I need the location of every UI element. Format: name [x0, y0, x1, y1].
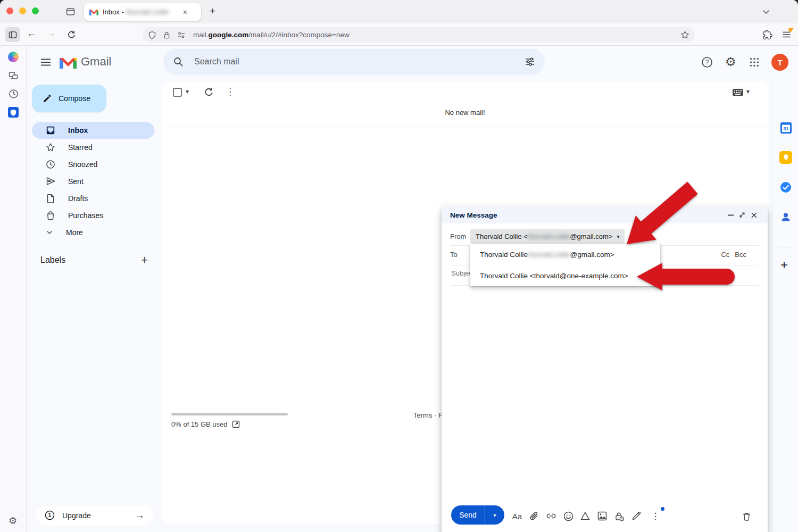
calendar-icon[interactable]: 31: [779, 121, 792, 134]
settings-gear-icon[interactable]: ⚙: [725, 55, 736, 69]
insert-link-icon[interactable]: [545, 510, 558, 522]
clock-icon: [46, 160, 55, 169]
from-option-gmail[interactable]: Thorvald Collie thorvald.collie @gmail.c…: [470, 244, 660, 265]
chevron-down-icon: [46, 229, 53, 236]
forward-button[interactable]: →: [46, 28, 56, 39]
synced-tabs-icon[interactable]: [8, 70, 19, 81]
formatting-options-icon[interactable]: Aa: [511, 510, 523, 522]
compose-button[interactable]: Compose: [32, 85, 106, 112]
reload-button[interactable]: [65, 28, 78, 41]
send-icon: [46, 177, 55, 186]
star-icon: [46, 143, 55, 152]
sidebar-item-sent[interactable]: Sent: [32, 173, 154, 190]
insert-signature-icon[interactable]: [630, 510, 643, 522]
popout-icon[interactable]: [737, 210, 747, 220]
url-bar[interactable]: mail.google.com/mail/u/2/#inbox?compose=…: [143, 27, 695, 43]
tab-close-icon[interactable]: ×: [183, 8, 187, 16]
ai-chatbot-icon[interactable]: [8, 52, 19, 62]
tab-strip: Inbox - thorvald collie × +: [0, 0, 798, 23]
sidebar-item-more[interactable]: More: [32, 224, 154, 241]
app-menu-button[interactable]: [780, 28, 793, 41]
gmail-wordmark: Gmail: [81, 55, 111, 69]
empty-state-text: No new mail!: [162, 109, 768, 117]
close-icon[interactable]: [749, 210, 759, 220]
select-dropdown-caret-icon[interactable]: ▾: [186, 88, 189, 95]
select-all-checkbox[interactable]: [173, 88, 182, 97]
confidential-mode-icon[interactable]: [613, 510, 626, 522]
get-addons-plus-icon[interactable]: +: [780, 257, 788, 272]
insert-photo-icon[interactable]: [596, 510, 609, 522]
file-icon: [46, 194, 55, 203]
search-bar[interactable]: [163, 49, 545, 74]
panel-divider: [778, 247, 793, 247]
discard-draft-trash-icon[interactable]: [740, 510, 753, 522]
traffic-close-button[interactable]: [6, 7, 13, 14]
send-button[interactable]: Send: [451, 505, 485, 525]
new-tab-button[interactable]: +: [210, 5, 215, 17]
from-options-menu: Thorvald Collie thorvald.collie @gmail.c…: [470, 244, 660, 286]
input-tools-keyboard-icon[interactable]: [732, 88, 744, 97]
search-options-tune-icon[interactable]: [525, 57, 535, 66]
sidebar-item-drafts[interactable]: Drafts: [32, 190, 154, 207]
from-address-dropdown[interactable]: Thorvald Collie < thorvald.collie @gmail…: [470, 229, 625, 244]
insert-from-drive-icon[interactable]: [579, 510, 592, 522]
input-tools-caret-icon[interactable]: ▾: [746, 88, 750, 95]
option-suffix: @gmail.com>: [570, 251, 614, 259]
tab-title: Inbox -: [103, 8, 124, 16]
upgrade-one-icon: 1: [45, 510, 55, 520]
open-in-new-icon[interactable]: [232, 420, 240, 428]
create-label-plus-icon[interactable]: +: [141, 253, 148, 267]
upgrade-button[interactable]: 1 Upgrade →: [36, 505, 153, 525]
browser-toolbar: ← → mail.google.com/mail/u/2/#inbox?comp…: [0, 23, 798, 46]
sidebar-toggle-button[interactable]: [5, 27, 20, 42]
tab-title-redacted: thorvald collie: [127, 8, 179, 16]
google-apps-grid-icon[interactable]: [749, 56, 760, 68]
send-options-caret[interactable]: ▾: [485, 505, 504, 525]
option-text: Thorvald Collie <thorvald@one-example.co…: [480, 272, 628, 280]
keep-icon[interactable]: [779, 151, 792, 164]
attach-file-icon[interactable]: [528, 510, 541, 522]
footer-terms-text[interactable]: Terms · Pr: [413, 411, 445, 419]
account-avatar[interactable]: T: [771, 54, 788, 71]
refresh-icon[interactable]: [203, 86, 214, 98]
sidebar-settings-gear-icon[interactable]: ⚙: [9, 515, 17, 527]
gmail-favicon: [89, 9, 98, 15]
sidebar-item-purchases[interactable]: Purchases: [32, 207, 154, 224]
search-input[interactable]: [193, 56, 525, 67]
cc-link[interactable]: Cc: [721, 251, 729, 259]
from-value-prefix: Thorvald Collie <: [476, 232, 528, 240]
compose-more-options-icon[interactable]: ⋮: [649, 510, 662, 522]
minimize-icon[interactable]: [725, 210, 736, 220]
notification-dot: [661, 507, 664, 511]
more-options-icon[interactable]: ⋮: [226, 86, 235, 97]
sidebar-item-inbox[interactable]: Inbox: [32, 122, 154, 139]
history-clock-icon[interactable]: [8, 88, 19, 99]
gmail-app: Gmail ? ⚙ T Compose Inbox: [27, 46, 798, 532]
bookmark-star-icon[interactable]: [680, 30, 689, 39]
bcc-link[interactable]: Bcc: [735, 251, 746, 259]
browser-tab-gmail[interactable]: Inbox - thorvald collie ×: [84, 3, 201, 21]
help-icon[interactable]: ?: [701, 56, 713, 68]
tasks-icon[interactable]: [779, 181, 792, 194]
sidebar-item-starred[interactable]: Starred: [32, 139, 154, 156]
permissions-icon[interactable]: [177, 31, 186, 39]
svg-text:31: 31: [783, 126, 788, 131]
compose-header[interactable]: New Message: [442, 206, 768, 223]
traffic-minimize-button[interactable]: [19, 7, 26, 14]
insert-emoji-icon[interactable]: [562, 510, 575, 522]
from-option-one-example[interactable]: Thorvald Collie <thorvald@one-example.co…: [470, 265, 660, 286]
tab-overview-icon[interactable]: [64, 5, 77, 18]
extensions-icon[interactable]: [761, 28, 774, 41]
back-button[interactable]: ←: [27, 28, 37, 39]
lock-icon[interactable]: [163, 31, 171, 39]
option-prefix: Thorvald Collie: [480, 251, 528, 259]
tab-list-chevron-icon[interactable]: [761, 7, 771, 16]
gmail-menu-hamburger-icon[interactable]: [39, 56, 52, 69]
contacts-icon[interactable]: [779, 211, 792, 223]
sidebar-item-snoozed[interactable]: Snoozed: [32, 156, 154, 173]
sidebar-item-label: Inbox: [68, 126, 88, 135]
bitwarden-icon[interactable]: [8, 107, 19, 118]
traffic-zoom-button[interactable]: [32, 7, 39, 14]
tracking-shield-icon[interactable]: [148, 31, 156, 39]
search-icon[interactable]: [173, 56, 184, 67]
